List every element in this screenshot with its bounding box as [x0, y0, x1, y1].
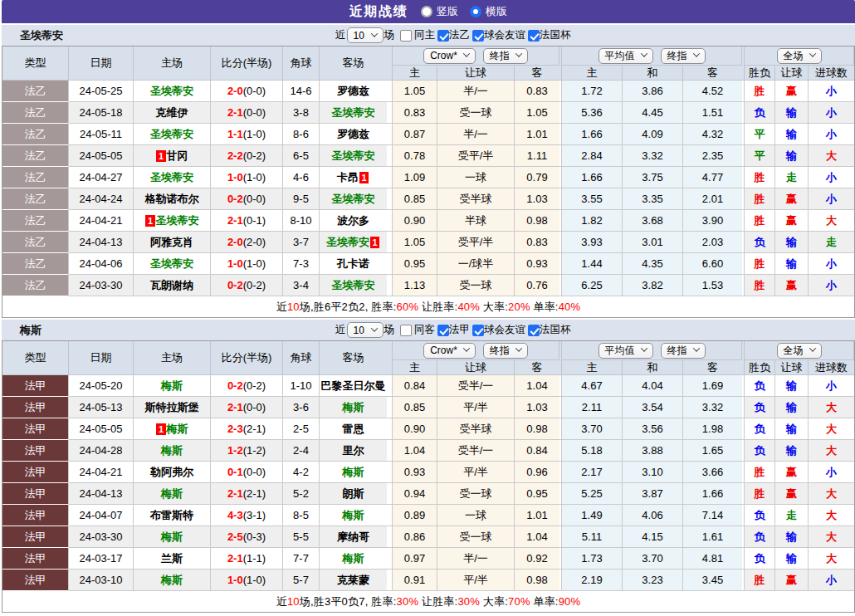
home-team-cell: 圣埃蒂安 [134, 81, 211, 102]
avg-draw-cell: 4.15 [623, 526, 683, 548]
filter-checkboxes: 同主法乙球会友谊法国杯 [397, 28, 571, 42]
scope-select[interactable]: 全场 [777, 343, 822, 359]
recent-count-select[interactable]: 10 [347, 322, 384, 338]
away-team-name: 朗斯 [343, 486, 364, 501]
avg-home-cell: 2.17 [562, 462, 623, 483]
summary-segment: 近 [276, 594, 287, 609]
odds-handicap-cell: 半球 [437, 210, 515, 232]
score-cell: 2-3(2-1) [211, 418, 283, 440]
scope-select[interactable]: 全场 [777, 48, 822, 64]
odds-handicap-cell: 受半/一 [437, 375, 515, 397]
filter-checkbox[interactable] [528, 30, 540, 42]
league-cell: 法甲 [2, 375, 69, 397]
league-cell: 法甲 [2, 505, 69, 526]
result-goals-cell: 小 [809, 167, 854, 188]
chevron-down-icon [370, 325, 377, 331]
full-time-score: 1-1 [227, 128, 243, 140]
chevron-down-icon [515, 345, 522, 351]
result-goals-cell: 走 [809, 232, 854, 253]
col-header-date: 日期 [69, 341, 134, 375]
score-cell: 2-0(2-0) [211, 232, 283, 253]
away-team-cell: 孔卡诺 [320, 253, 387, 275]
odds-source-select[interactable]: Crow* [423, 343, 476, 359]
filter-checkbox[interactable] [472, 30, 484, 42]
result-outcome-cell: 胜 [745, 483, 775, 505]
date-cell: 24-04-06 [69, 253, 134, 275]
row-spacer [387, 145, 393, 167]
result-handicap-cell: 输 [775, 548, 809, 570]
result-goals-cell: 小 [809, 102, 854, 124]
avg-draw-cell: 3.56 [623, 418, 683, 440]
away-team-cell: 雷恩 [320, 418, 387, 440]
result-handicap-cell: 走 [775, 505, 809, 526]
odds-home-cell: 1.04 [393, 440, 437, 462]
result-handicap-cell: 输 [775, 124, 809, 145]
subcol-avg-away: 客 [683, 360, 742, 375]
corner-cell: 8-5 [283, 505, 320, 526]
corner-cell: 2-5 [283, 418, 320, 440]
away-team-name: 卡昂 [337, 170, 359, 185]
odds-home-cell: 0.89 [393, 505, 437, 526]
filter-checkbox[interactable] [437, 325, 449, 336]
home-team-name: 兰斯 [161, 551, 183, 566]
avg-home-cell: 1.66 [562, 124, 623, 145]
odds-home-cell: 0.93 [393, 462, 437, 483]
odds-home-cell: 1.05 [393, 81, 437, 102]
home-team-name: 圣埃蒂安 [150, 257, 193, 271]
score-cell: 0-1(0-0) [211, 462, 283, 483]
corner-cell: 4-2 [283, 462, 320, 483]
score-cell: 2-1(2-1) [211, 483, 283, 505]
recent-count-select[interactable]: 10 [347, 27, 384, 43]
avg-home-cell: 1.82 [562, 210, 623, 232]
summary-segment: 30% [397, 595, 419, 608]
full-time-score: 0-2 [227, 279, 243, 291]
filter-checkbox[interactable] [472, 325, 484, 336]
odds-away-cell: 1.03 [515, 188, 559, 210]
row-spacer [387, 210, 393, 232]
average-source-select[interactable]: 平均值 [598, 343, 653, 359]
full-time-score: 2-1 [227, 401, 243, 413]
average-stage-select[interactable]: 终指 [661, 48, 706, 64]
row-spacer [387, 483, 393, 505]
odds-stage-select[interactable]: 终指 [483, 343, 528, 359]
result-handicap-cell: 赢 [775, 210, 809, 232]
avg-home-cell: 5.25 [562, 483, 623, 505]
odds-source-select[interactable]: Crow* [423, 48, 476, 64]
avg-draw-cell: 3.68 [623, 210, 683, 232]
result-goals-cell: 小 [809, 570, 854, 591]
filter-checkbox[interactable] [400, 30, 412, 42]
full-time-score: 1-0 [227, 257, 243, 270]
radio-horizontal-layout[interactable]: 横版 [470, 4, 507, 19]
result-handicap-cell: 输 [775, 145, 809, 167]
avg-home-cell: 4.67 [562, 375, 623, 397]
radio-horizontal-icon[interactable] [470, 6, 481, 17]
away-team-name: 里尔 [343, 443, 364, 458]
radio-vertical-layout[interactable]: 竖版 [421, 4, 458, 19]
result-goals-cell: 小 [809, 124, 854, 145]
full-time-score: 1-0 [227, 171, 243, 183]
radio-vertical-icon[interactable] [421, 6, 432, 17]
avg-home-cell: 1.49 [562, 505, 623, 526]
filter-checkbox[interactable] [400, 325, 412, 336]
home-team-cell: 阿雅克肖 [134, 232, 211, 253]
half-time-score: (2-1) [243, 487, 266, 500]
col-header-score: 比分(半场) [211, 46, 283, 81]
subcol-result-goals: 进球数 [809, 66, 854, 81]
avg-away-cell: 2.01 [683, 188, 742, 210]
away-team-cell: 圣埃蒂安1 [320, 232, 387, 253]
home-team-name: 圣埃蒂安 [150, 170, 193, 185]
filter-checkbox[interactable] [528, 325, 540, 336]
red-card-badge: 1 [370, 237, 379, 248]
odds-handicap-cell: 受半/一 [437, 440, 515, 462]
date-cell: 24-04-07 [69, 505, 134, 526]
odds-away-cell: 1.04 [515, 526, 559, 548]
odds-stage-select[interactable]: 终指 [483, 48, 528, 64]
average-source-select[interactable]: 平均值 [598, 48, 653, 64]
score-cell: 1-0(1-0) [211, 253, 283, 275]
date-cell: 24-05-25 [69, 81, 134, 102]
home-team-cell: 圣埃蒂安 [134, 124, 211, 145]
filter-checkbox[interactable] [437, 30, 449, 42]
odds-home-cell: 1.13 [393, 275, 437, 296]
average-stage-select[interactable]: 终指 [661, 343, 706, 359]
away-team-cell: 圣埃蒂安 [320, 102, 387, 124]
